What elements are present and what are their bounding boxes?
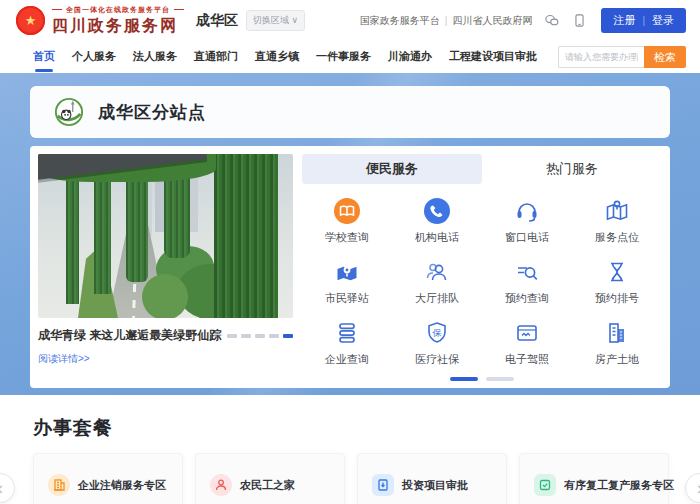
service-item-hall-queue[interactable]: 大厅排队	[392, 251, 482, 312]
wechat-icon[interactable]	[543, 12, 560, 29]
service-label: 服务点位	[595, 230, 639, 245]
search-box: 检索	[558, 46, 686, 68]
carousel-dot[interactable]	[269, 334, 279, 338]
register-label: 注册	[613, 13, 635, 28]
card-company-deregister[interactable]: 企业注销服务专区	[33, 453, 183, 504]
service-label: 预约查询	[505, 291, 549, 306]
card-label: 农民工之家	[240, 478, 295, 493]
services-grid: 学校查询 机构电话	[302, 190, 662, 373]
nav-item-townships[interactable]: 直通乡镇	[255, 41, 299, 73]
service-label: 大厅排队	[415, 291, 459, 306]
service-item-window-phone[interactable]: 窗口电话	[482, 190, 572, 251]
page: ★ 全国一体化在线政务服务平台 四川政务服务网 成华区 切换区域 ∨ 国家政务服…	[0, 0, 700, 504]
district-banner: 成华区分站点	[30, 86, 670, 138]
nav-item-one-matter[interactable]: 一件事服务	[316, 41, 371, 73]
card-label: 投资项目审批	[402, 478, 468, 493]
service-item-real-estate[interactable]: 房产土地	[572, 312, 662, 373]
mobile-app-icon[interactable]	[571, 12, 588, 29]
pager-dash[interactable]	[486, 377, 514, 381]
service-label: 窗口电话	[505, 230, 549, 245]
service-item-citizen-station[interactable]: 市民驿站	[302, 251, 392, 312]
portal-links: 国家政务服务平台 | 四川省人民政府网	[360, 14, 533, 28]
links-divider: |	[445, 15, 448, 26]
service-label: 学校查询	[325, 230, 369, 245]
top-bar: ★ 全国一体化在线政务服务平台 四川政务服务网 成华区 切换区域 ∨ 国家政务服…	[0, 0, 700, 41]
carousel-dot[interactable]	[227, 334, 237, 338]
service-item-enterprise-search[interactable]: 企业查询	[302, 312, 392, 373]
platform-tagline: 全国一体化在线政务服务平台	[52, 5, 184, 15]
register-login-button[interactable]: 注册 | 登录	[601, 8, 686, 33]
nav-item-construction-approval[interactable]: 工程建设项目审批	[449, 41, 537, 73]
service-item-medical-insurance[interactable]: 保 医疗社保	[392, 312, 482, 373]
search-button[interactable]: 检索	[644, 46, 686, 68]
investment-approval-icon	[372, 474, 394, 496]
card-investment-approval[interactable]: 投资项目审批	[357, 453, 507, 504]
auth-divider: |	[642, 15, 645, 26]
card-work-resumption[interactable]: 有序复工复产服务专区	[519, 453, 669, 504]
carousel-dot[interactable]	[255, 334, 265, 338]
medical-insurance-icon: 保	[423, 319, 451, 347]
services-pager	[302, 377, 662, 381]
province-portal-link[interactable]: 四川省人民政府网	[452, 14, 532, 28]
packages-section: 办事套餐 企业注销服务专区 农民工之家	[0, 395, 700, 504]
nav-item-chuanyu[interactable]: 川渝通办	[388, 41, 432, 73]
service-label: 机构电话	[415, 230, 459, 245]
tab-hot-services[interactable]: 热门服务	[482, 154, 662, 184]
nav-item-departments[interactable]: 直通部门	[194, 41, 238, 73]
window-phone-icon	[513, 197, 541, 225]
services-panel: 便民服务 热门服务 学校查询	[302, 154, 662, 381]
service-item-service-location[interactable]: 服务点位	[572, 190, 662, 251]
booking-number-icon	[603, 258, 631, 286]
service-location-icon	[603, 197, 631, 225]
service-item-org-phone[interactable]: 机构电话	[392, 190, 482, 251]
shield-glyph: 保	[432, 328, 442, 338]
brand: 全国一体化在线政务服务平台 四川政务服务网	[52, 5, 184, 37]
school-search-icon	[333, 197, 361, 225]
login-label: 登录	[652, 13, 674, 28]
services-tabs: 便民服务 热门服务	[302, 154, 662, 184]
nav-item-legal[interactable]: 法人服务	[133, 41, 177, 73]
packages-title: 办事套餐	[33, 415, 113, 441]
enterprise-search-icon	[333, 319, 361, 347]
org-phone-icon	[423, 197, 451, 225]
read-more-link[interactable]: 阅读详情>>	[38, 352, 293, 366]
card-label: 有序复工复产服务专区	[564, 478, 674, 493]
national-portal-link[interactable]: 国家政务服务平台	[360, 14, 440, 28]
carousel-dot-active[interactable]	[283, 334, 293, 338]
card-label: 企业注销服务专区	[78, 478, 166, 493]
carousel-photo[interactable]	[38, 154, 293, 318]
pager-dash-active[interactable]	[450, 377, 478, 381]
carousel-dot[interactable]	[241, 334, 251, 338]
district-banner-title: 成华区分站点	[98, 101, 206, 124]
carousel-caption[interactable]: 成华青绿 来这儿邂逅最美绿野仙踪	[38, 327, 221, 344]
service-item-booking-number[interactable]: 预约排号	[572, 251, 662, 312]
blue-hero-section: 成华区分站点 成华青绿 来这儿邂逅最美绿野仙踪	[0, 73, 700, 395]
service-item-booking-search[interactable]: 预约查询	[482, 251, 572, 312]
hall-queue-icon	[423, 258, 451, 286]
tab-convenience-services[interactable]: 便民服务	[302, 154, 482, 184]
service-label: 电子驾照	[505, 352, 549, 367]
news-carousel: 成华青绿 来这儿邂逅最美绿野仙踪 阅读详情>>	[38, 154, 293, 366]
service-item-e-license[interactable]: 电子驾照	[482, 312, 572, 373]
district-name: 成华区	[196, 12, 238, 30]
citizen-station-icon	[333, 258, 361, 286]
card-migrant-worker-home[interactable]: 农民工之家	[195, 453, 345, 504]
company-deregister-icon	[48, 474, 70, 496]
packages-cards: 企业注销服务专区 农民工之家 投资项目审批	[33, 453, 669, 504]
service-label: 企业查询	[325, 352, 369, 367]
national-emblem-icon: ★	[16, 6, 45, 35]
search-input[interactable]	[558, 46, 644, 68]
nav-item-personal[interactable]: 个人服务	[72, 41, 116, 73]
main-card: 成华青绿 来这儿邂逅最美绿野仙踪 阅读详情>> 便民服务 热门服务	[30, 146, 670, 388]
migrant-worker-icon	[210, 474, 232, 496]
switch-region-button[interactable]: 切换区域 ∨	[246, 10, 305, 31]
carousel-right-arrow[interactable]: ›	[685, 473, 700, 503]
service-label: 医疗社保	[415, 352, 459, 367]
real-estate-icon	[603, 319, 631, 347]
nav-item-home[interactable]: 首页	[33, 41, 55, 73]
site-name: 四川政务服务网	[52, 16, 184, 37]
panda-district-logo	[54, 97, 84, 127]
carousel-left-arrow[interactable]: ‹	[0, 473, 15, 503]
service-item-school-search[interactable]: 学校查询	[302, 190, 392, 251]
service-label: 预约排号	[595, 291, 639, 306]
